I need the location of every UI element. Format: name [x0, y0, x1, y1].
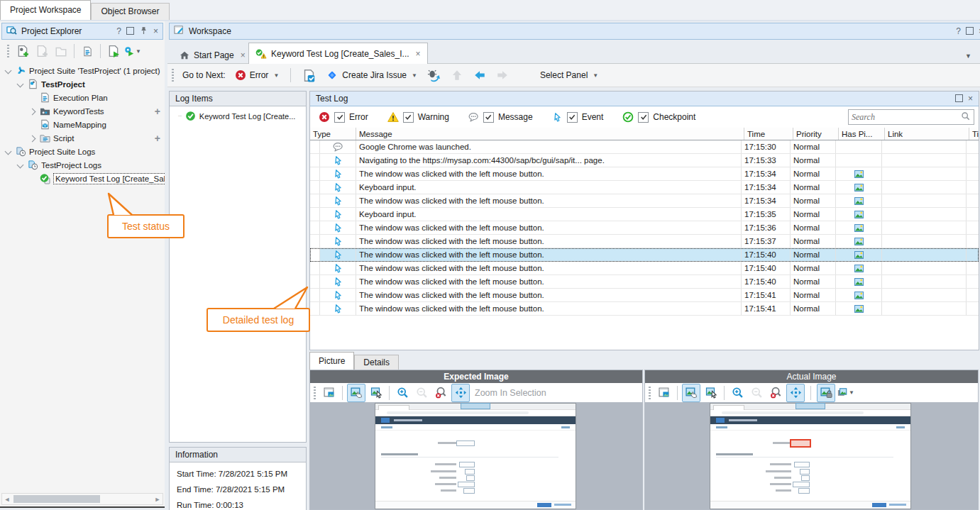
- tree-item-testproject[interactable]: TestProject Logs: [0, 158, 165, 172]
- close-icon[interactable]: ×: [968, 94, 973, 103]
- log-table-row[interactable]: The window was clicked with the left mou…: [310, 302, 979, 316]
- log-table-row[interactable]: Navigating to the https://mysap.com:4430…: [310, 154, 979, 167]
- zoom-in-selection-button[interactable]: [451, 384, 470, 402]
- expander-down-icon[interactable]: [16, 80, 25, 89]
- expected-image-canvas[interactable]: [310, 402, 642, 509]
- goto-next-error-button[interactable]: Error▼: [231, 67, 283, 83]
- tree-item-keywordtests[interactable]: KeywordTests +: [0, 104, 165, 118]
- filter-warning-checkbox[interactable]: [403, 112, 414, 123]
- close-tab-icon[interactable]: ×: [241, 50, 246, 60]
- zoom-out-button[interactable]: [748, 384, 765, 401]
- log-table-row[interactable]: The window was clicked with the left mou…: [310, 289, 979, 302]
- tree-item-project[interactable]: Project Suite Logs: [0, 145, 165, 158]
- select-panel-button[interactable]: Select Panel▼: [536, 68, 602, 82]
- zoom-out-button[interactable]: [413, 384, 430, 401]
- post-defect-button[interactable]: [424, 67, 444, 84]
- zoom-in-button[interactable]: [394, 384, 411, 401]
- tab-picture[interactable]: Picture: [309, 352, 354, 370]
- expander-right-icon[interactable]: [28, 134, 37, 143]
- filter-error-checkbox[interactable]: [334, 112, 345, 123]
- view-image-button[interactable]: [656, 384, 673, 401]
- log-table-row[interactable]: The window was clicked with the left mou…: [310, 167, 979, 181]
- maximize-icon[interactable]: [966, 27, 974, 36]
- select-mode-button[interactable]: [703, 384, 720, 401]
- zoom-in-selection-button[interactable]: [786, 384, 805, 402]
- column-header-message[interactable]: Message: [356, 128, 744, 140]
- document-tab-1[interactable]: Keyword Test Log [Create_Sales_I...×: [248, 43, 428, 64]
- send-via-email-button[interactable]: [299, 67, 319, 84]
- add-new-item-button[interactable]: [14, 43, 31, 60]
- add-child-icon[interactable]: +: [155, 106, 160, 117]
- column-header-haspi[interactable]: Has Pi...: [839, 128, 885, 140]
- help-icon[interactable]: ?: [956, 27, 961, 35]
- back-button[interactable]: [470, 67, 490, 84]
- run-project-button[interactable]: [105, 43, 122, 60]
- zoom-in-button[interactable]: [729, 384, 746, 401]
- forward-button[interactable]: [492, 67, 512, 84]
- column-header-type[interactable]: Type: [310, 128, 356, 140]
- scroll-right-icon[interactable]: ►: [153, 496, 163, 503]
- view-image-button[interactable]: [321, 384, 338, 401]
- close-tab-icon[interactable]: ×: [416, 49, 421, 59]
- compare-view-button[interactable]: ▼: [837, 384, 854, 401]
- main-tab-object-browser[interactable]: Object Browser: [91, 3, 169, 20]
- add-child-icon[interactable]: +: [155, 133, 160, 144]
- pin-icon[interactable]: [139, 26, 148, 37]
- maximize-icon[interactable]: [955, 94, 963, 104]
- tab-list-dropdown-icon[interactable]: ▼: [965, 52, 971, 60]
- column-header-time[interactable]: Time: [744, 128, 793, 140]
- run-project-suite-button[interactable]: ▼: [124, 43, 141, 60]
- expander-down-icon[interactable]: [4, 67, 13, 75]
- help-icon[interactable]: ?: [116, 27, 121, 35]
- column-header-priority[interactable]: Priority: [793, 128, 839, 140]
- select-mode-button[interactable]: [368, 384, 385, 401]
- expander-right-icon[interactable]: [28, 107, 37, 116]
- log-table-row[interactable]: Google Chrome was launched. 17:15:30 Nor…: [310, 140, 979, 154]
- log-table-row[interactable]: The window was clicked with the left mou…: [310, 275, 979, 289]
- zoom-reset-button[interactable]: [432, 384, 449, 401]
- filter-checkpoint-checkbox[interactable]: [638, 112, 649, 123]
- tree-item-project[interactable]: Project Suite 'TestProject' (1 project): [0, 64, 165, 77]
- maximize-icon[interactable]: [126, 27, 134, 36]
- zoom-reset-button[interactable]: [767, 384, 784, 401]
- column-header-timediff[interactable]: Time Diff...: [969, 128, 979, 140]
- filter-message-checkbox[interactable]: [483, 112, 494, 123]
- create-jira-issue-button[interactable]: Create Jira Issue▼: [322, 67, 421, 84]
- log-table-row[interactable]: Keyboard input. 17:15:34 Normal 0.19: [310, 181, 979, 194]
- filter-event-checkbox[interactable]: [567, 112, 578, 123]
- column-header-link[interactable]: Link: [885, 128, 969, 140]
- expander-down-icon[interactable]: [4, 148, 13, 156]
- lock-images-button[interactable]: [817, 384, 835, 402]
- actual-image-canvas[interactable]: [645, 402, 978, 509]
- main-tab-project-workspace[interactable]: Project Workspace: [0, 0, 91, 20]
- document-tab-0[interactable]: Start Page×: [173, 46, 252, 64]
- scrollbar-thumb[interactable]: [13, 495, 100, 503]
- tab-details[interactable]: Details: [354, 355, 399, 370]
- go-up-button[interactable]: [447, 67, 467, 84]
- log-table-row[interactable]: Keyboard input. 17:15:35 Normal 0.89: [310, 208, 979, 221]
- scroll-left-icon[interactable]: ◄: [2, 496, 12, 503]
- event-icon: [333, 155, 343, 166]
- search-input[interactable]: [849, 112, 961, 123]
- tree-item-execution[interactable]: Execution Plan: [0, 91, 165, 104]
- tree-item-namemapping[interactable]: NameMapping: [0, 118, 165, 131]
- open-item-button[interactable]: [53, 43, 70, 60]
- pan-mode-button[interactable]: [347, 384, 365, 402]
- add-item-button[interactable]: [33, 43, 50, 60]
- pan-mode-button[interactable]: [682, 384, 700, 402]
- search-box[interactable]: [848, 109, 974, 125]
- tree-item-script[interactable]: Script +: [0, 131, 165, 145]
- horizontal-scrollbar[interactable]: ◄ ►: [1, 493, 163, 505]
- log-items-header: Log Items: [170, 92, 306, 106]
- log-item[interactable]: ┈Keyword Test Log [Create...: [170, 106, 306, 121]
- close-icon[interactable]: ×: [153, 27, 158, 35]
- tree-item-keyword[interactable]: Keyword Test Log [Create_Sales: [0, 172, 165, 185]
- log-table-row[interactable]: The window was clicked with the left mou…: [310, 221, 979, 235]
- edit-execution-plan-button[interactable]: [79, 43, 96, 60]
- tree-item-testproject[interactable]: TestProject: [0, 77, 165, 91]
- log-table-row[interactable]: The window was clicked with the left mou…: [310, 235, 979, 248]
- log-table-row[interactable]: The window was clicked with the left mou…: [310, 248, 979, 262]
- log-table-row[interactable]: The window was clicked with the left mou…: [310, 194, 979, 208]
- log-table-row[interactable]: The window was clicked with the left mou…: [310, 262, 979, 275]
- expander-down-icon[interactable]: [16, 161, 25, 170]
